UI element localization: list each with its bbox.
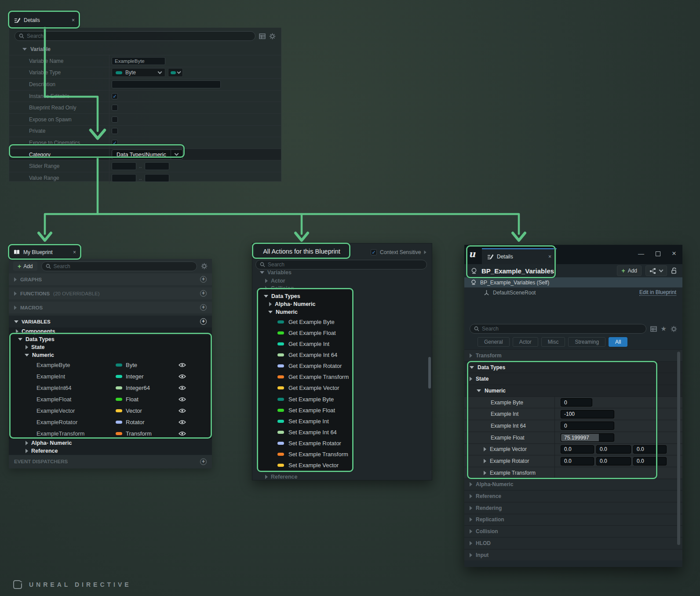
slider-range-min-input[interactable] [112,162,136,170]
gear-icon[interactable] [201,263,208,269]
add-button[interactable]: + Add [13,262,37,271]
expose-on-spawn-checkbox[interactable] [112,116,118,123]
variable-row[interactable]: ExampleTransform Transform [9,428,212,439]
action-item[interactable]: Set Example Float [277,407,335,414]
gear-icon[interactable] [671,326,677,332]
action-item[interactable]: Set Example Int 64 [277,429,337,436]
vector-x-input[interactable]: 0.0 [561,445,594,454]
filter-tab-all[interactable]: All [609,337,627,347]
filter-tab-actor[interactable]: Actor [513,337,538,347]
section-variables[interactable]: VARIABLES + [9,316,212,327]
actions-scrollbar[interactable] [428,357,431,389]
section-input[interactable]: Input [464,549,682,561]
visibility-eye-icon[interactable] [179,408,186,413]
section-state[interactable]: State [464,373,682,385]
section-functions[interactable]: FUNCTIONS (20 OVERRIDABLE) + [9,287,212,299]
action-item[interactable]: Get Example Int [277,341,329,347]
action-item[interactable]: Set Example Rotator [277,440,341,447]
tree-data-types[interactable]: Data Types [259,293,352,299]
visibility-eye-icon[interactable] [179,420,186,425]
details-search-input[interactable]: Search [470,324,646,334]
rotator-pitch-input[interactable]: 0.0 [596,457,631,465]
details-scrollbar[interactable] [677,352,680,545]
filter-tab-misc[interactable]: Misc [541,337,565,347]
minimize-button[interactable]: — [638,250,644,257]
close-window-button[interactable]: × [672,249,676,258]
expose-to-cinematics-checkbox[interactable]: ✓ [112,140,118,146]
action-item[interactable]: Set Example Vector [277,462,339,469]
maximize-button[interactable] [656,251,660,256]
instance-editable-checkbox[interactable]: ✓ [112,93,118,99]
variable-row[interactable]: ExampleVector Vector [9,405,212,416]
example-byte-input[interactable]: 0 [561,398,592,407]
visibility-eye-icon[interactable] [179,363,186,367]
details-search-input[interactable]: Search [15,31,255,41]
rotator-roll-input[interactable]: 0.0 [561,457,594,465]
section-numeric[interactable]: Numeric [464,385,682,396]
action-item[interactable]: Get Example Float [277,330,336,336]
tree-numeric[interactable]: Numeric [9,351,212,359]
my-blueprint-search-input[interactable]: Search [41,262,197,271]
visibility-eye-icon[interactable] [179,374,186,379]
variable-row[interactable]: ExampleInt64 Integer64 [9,382,212,393]
collapsed-caret-icon[interactable] [484,471,486,475]
add-event-dispatcher-button[interactable]: + [200,458,207,465]
value-range-max-input[interactable] [145,174,169,182]
example-int64-input[interactable]: 0 [561,422,614,430]
action-item[interactable]: Set Example Int [277,418,329,425]
filter-tab-streaming[interactable]: Streaming [568,337,605,347]
add-variable-button[interactable]: + [200,318,207,325]
actions-search-input[interactable]: Search [255,260,427,269]
tab-my-blueprint[interactable]: My Blueprint × [9,246,80,259]
section-rendering[interactable]: Rendering [464,502,682,514]
section-macros[interactable]: MACROS + [9,302,212,313]
tab-close-icon[interactable]: × [548,254,551,260]
visibility-eye-icon[interactable] [179,397,186,402]
example-float-slider-input[interactable]: 75.199997 [561,433,614,442]
variable-name-input[interactable] [112,57,165,65]
tab-details[interactable]: Details × [10,12,79,28]
favorites-star-icon[interactable]: ★ [661,325,667,333]
tree-numeric[interactable]: Numeric [259,309,352,315]
section-reference[interactable]: Reference [464,490,682,502]
tree-alpha-numeric[interactable]: Alpha- Numeric [259,301,352,307]
section-variable[interactable]: Variable [9,44,281,55]
tree-alpha-numeric[interactable]: Alpha- Numeric [9,439,212,447]
tree-data-types[interactable]: Data Types [9,335,212,343]
section-transform[interactable]: Transform [464,349,682,361]
value-range-min-input[interactable] [112,174,136,182]
expander-caret-icon[interactable] [424,251,427,254]
scene-root-row[interactable]: DefaultSceneRoot Edit in Blueprint [464,287,682,298]
edit-in-blueprint-link[interactable]: Edit in Blueprint [639,289,676,296]
section-hlod[interactable]: HLOD [464,537,682,549]
description-input[interactable] [112,80,221,88]
collapsed-caret-icon[interactable] [484,447,486,451]
blueprint-read-only-checkbox[interactable] [112,105,118,111]
action-item[interactable]: Get Example Rotator [277,363,342,369]
tree-components[interactable]: Components [9,327,212,335]
section-event-dispatchers[interactable]: EVENT DISPATCHERS + [9,455,212,468]
variable-row[interactable]: ExampleByte Byte [9,359,212,371]
add-graph-button[interactable]: + [200,276,207,283]
tab-details-close-icon[interactable]: × [72,17,75,23]
add-component-button[interactable]: + Add [617,265,642,276]
variable-row[interactable]: ExampleFloat Float [9,393,212,405]
self-actor-row[interactable]: BP_Example_Variables (Self) [464,277,682,287]
action-item[interactable]: Set Example Transform [277,451,348,458]
vector-y-input[interactable]: 0.0 [596,445,631,454]
filter-tab-general[interactable]: General [478,337,510,347]
vector-z-input[interactable]: 0.0 [633,445,667,454]
variable-row[interactable]: ExampleRotator Rotator [9,416,212,428]
unlocked-padlock-icon[interactable] [671,267,677,274]
tab-details-right[interactable]: Details × [482,248,557,264]
private-checkbox[interactable] [112,128,118,134]
visibility-eye-icon[interactable] [179,431,186,436]
blueprint-hierarchy-button[interactable] [645,265,667,276]
section-alpha-numeric[interactable]: Alpha-Numeric [464,479,682,491]
display-options-icon[interactable] [650,326,657,332]
variable-type-dropdown[interactable]: Byte [112,68,165,77]
action-item[interactable]: Get Example Byte [277,319,335,325]
tab-my-blueprint-close-icon[interactable]: × [73,249,76,255]
display-options-icon[interactable] [259,33,266,39]
add-macro-button[interactable]: + [200,304,207,311]
